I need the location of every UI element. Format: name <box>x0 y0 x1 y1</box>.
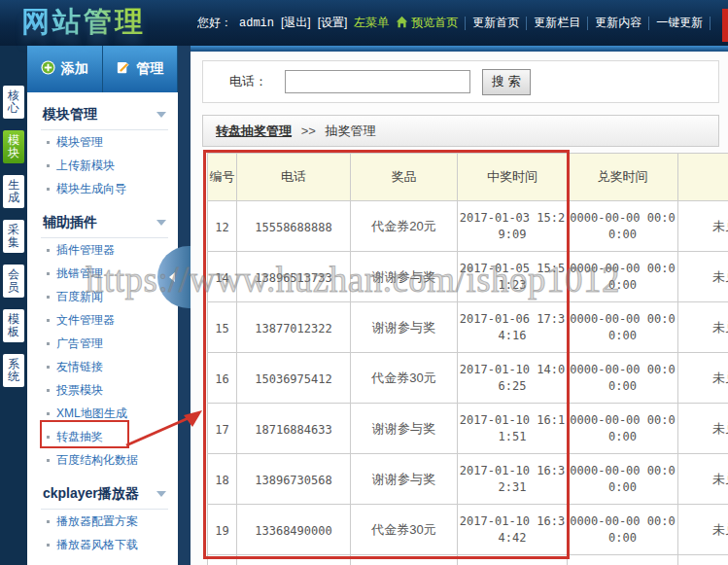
cell-status <box>678 555 728 565</box>
bullet-icon <box>47 249 50 252</box>
vertical-tab[interactable]: 会员 <box>3 265 24 298</box>
sidebar-section-title[interactable]: 模块管理 <box>41 100 168 130</box>
content-top-strip <box>191 46 728 52</box>
plus-icon <box>41 60 55 78</box>
left-menu-link[interactable]: 左菜单 <box>354 15 389 31</box>
cell-win: 2017-01-10 16:32:31 <box>458 454 568 505</box>
cell-id: 16 <box>208 353 237 404</box>
logout-link[interactable]: [退出] <box>281 15 311 31</box>
cell-phone: 13368490000 <box>237 505 351 555</box>
breadcrumb: 转盘抽奖管理 >> 抽奖管理 <box>202 115 719 147</box>
sidebar-section-title[interactable]: 辅助插件 <box>41 208 168 238</box>
search-button[interactable]: 搜 索 <box>482 69 531 95</box>
vertical-tab[interactable]: 采集 <box>3 220 24 253</box>
phone-search-input[interactable] <box>285 70 470 93</box>
sidebar-item[interactable]: 文件管理器 <box>27 308 178 332</box>
sidebar-item[interactable]: 广告管理 <box>27 332 178 355</box>
sidebar-item[interactable]: 挑错管理 <box>27 262 178 285</box>
bullet-icon <box>47 436 50 439</box>
bullet-icon <box>47 319 50 322</box>
cell-id: 12 <box>208 201 237 252</box>
sidebar-item[interactable]: 百度结构化数据 <box>27 448 178 472</box>
update-content-link[interactable]: 更新内容 <box>595 15 641 31</box>
cell-redeem: 0000-00-00 00:00:00 <box>568 404 678 454</box>
cell-win: 2017-01-10 16:3 <box>458 555 568 565</box>
vertical-tab[interactable]: 模块 <box>3 130 24 163</box>
cell-phone: 15558688888 <box>237 201 351 252</box>
search-panel: 电话： 搜 索 <box>202 60 719 103</box>
sidebar-item[interactable]: 模块管理 <box>27 130 178 154</box>
table-row: 1913368490000代金券30元2017-01-10 16:34:4200… <box>208 505 728 555</box>
bullet-icon <box>47 164 50 167</box>
tab-add[interactable]: 添加 <box>27 46 103 92</box>
nav-divider <box>526 17 527 30</box>
sidebar-item[interactable]: XML地图生成 <box>27 402 178 425</box>
cell-prize: 谢谢参与奖 <box>351 252 458 302</box>
vertical-tab[interactable]: 生成 <box>3 175 24 208</box>
sidebar-item[interactable]: 播放器风格下载 <box>27 533 178 556</box>
bullet-icon <box>47 188 50 191</box>
sidebar-item[interactable]: 播放器配置方案 <box>27 510 178 533</box>
settings-link[interactable]: [设置] <box>318 15 348 31</box>
cell-phone: 13896730568 <box>237 454 351 505</box>
corner-red-badge[interactable] <box>722 9 728 42</box>
cell-win: 2017-01-06 17:34:16 <box>458 302 568 353</box>
nav-divider <box>587 17 588 30</box>
cell-win: 2017-01-10 16:11:51 <box>458 404 568 454</box>
column-header: 电话 <box>237 154 351 201</box>
breadcrumb-current: 抽奖管理 <box>325 124 375 138</box>
cell-id: 18 <box>208 454 237 505</box>
phone-search-label: 电话： <box>229 73 267 90</box>
lottery-table: 编号电话奖品中奖时间兑奖时间 1215558688888代金券20元2017-0… <box>207 153 728 565</box>
table-row: 1718716884633谢谢参与奖2017-01-10 16:11:51000… <box>208 404 728 454</box>
bullet-icon <box>47 342 50 345</box>
cell-redeem: 0000-00-00 00:00:00 <box>568 252 678 302</box>
cell-win: 2017-01-10 14:06:25 <box>458 353 568 404</box>
sidebar: 添加 管理 模块管理模块管理上传新模块模块生成向导辅助插件插件管理器挑错管理百度… <box>27 46 178 565</box>
arrow-left-icon <box>169 272 175 282</box>
sidebar-item[interactable]: 上传新模块 <box>27 154 178 177</box>
topbar: 网站管理 您好： admin [退出] [设置] 左菜单 预览首页 更新首页 更… <box>0 0 728 46</box>
home-icon <box>396 16 408 31</box>
sidebar-divider-strip <box>178 46 191 565</box>
cell-prize: 代金券20元 <box>351 201 458 252</box>
greeting-label: 您好： <box>197 15 232 31</box>
bullet-icon <box>47 389 50 392</box>
vertical-tab[interactable]: 模板 <box>3 309 24 342</box>
sidebar-item[interactable]: 转盘抽奖 <box>27 425 178 448</box>
sidebar-section-title[interactable]: ckplayer播放器 <box>41 479 168 510</box>
one-click-update-link[interactable]: 一键更新 <box>656 15 703 31</box>
table-row: 1615036975412代金券30元2017-01-10 14:06:2500… <box>208 353 728 404</box>
update-home-link[interactable]: 更新首页 <box>472 15 519 31</box>
sidebar-item[interactable]: 百度新闻 <box>27 285 178 308</box>
sidebar-item[interactable]: 投票模块 <box>27 378 178 402</box>
vertical-tab-strip: 核心模块生成采集会员模板系统 <box>0 46 27 565</box>
cell-id: 19 <box>208 505 237 555</box>
sidebar-top-tabs: 添加 管理 <box>27 46 178 92</box>
cell-phone: 18716884633 <box>237 404 351 454</box>
update-column-link[interactable]: 更新栏目 <box>534 15 580 31</box>
tab-add-label: 添加 <box>61 60 88 78</box>
breadcrumb-parent[interactable]: 转盘抽奖管理 <box>216 124 292 138</box>
cell-redeem: 0000-00-00 00:0 <box>568 555 678 565</box>
vertical-tab[interactable]: 核心 <box>3 86 24 119</box>
cell-win: 2017-01-10 16:34:42 <box>458 505 568 555</box>
preview-home-group[interactable]: 预览首页 <box>396 15 458 31</box>
cell-redeem: 0000-00-00 00:00:00 <box>568 454 678 505</box>
bullet-icon <box>47 459 50 462</box>
cell-status: 未兑奖 <box>678 302 728 353</box>
tab-manage-label: 管理 <box>136 60 163 78</box>
tab-manage[interactable]: 管理 <box>103 46 179 92</box>
column-header: 奖品 <box>351 154 458 201</box>
preview-home-link[interactable]: 预览首页 <box>411 15 458 31</box>
nav-divider <box>710 17 711 30</box>
main-content: 电话： 搜 索 转盘抽奖管理 >> 抽奖管理 编号电话奖品中奖时间兑奖时间 12… <box>191 46 728 565</box>
sidebar-item[interactable]: 插件管理器 <box>27 238 178 262</box>
bullet-icon <box>47 141 50 144</box>
cell-id: 14 <box>208 252 237 302</box>
bullet-icon <box>47 412 50 415</box>
sidebar-item[interactable]: 模块生成向导 <box>27 177 178 200</box>
sidebar-item[interactable]: 友情链接 <box>27 355 178 378</box>
cell-redeem: 0000-00-00 00:00:00 <box>568 353 678 404</box>
vertical-tab[interactable]: 系统 <box>3 354 24 387</box>
